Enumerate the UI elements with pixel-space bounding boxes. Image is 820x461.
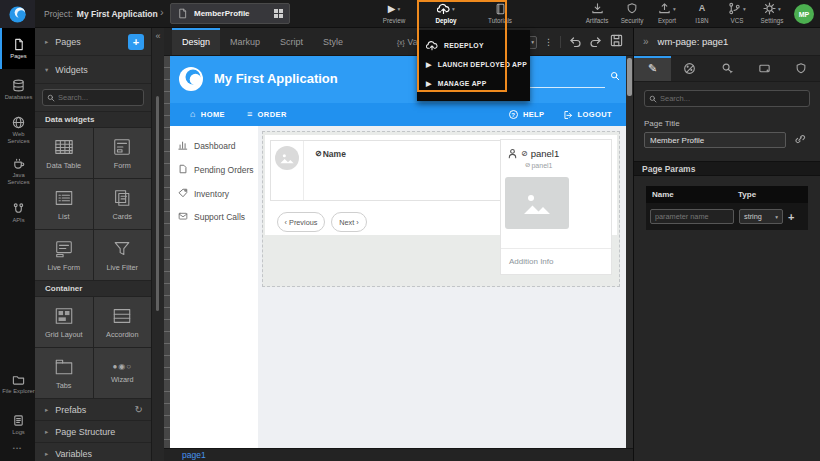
page-tab-memberprofile[interactable]: MemberProfile <box>170 3 290 24</box>
scrollbar-thumb[interactable] <box>627 58 632 96</box>
page-title-input[interactable] <box>644 132 786 148</box>
rail-item-java-services[interactable]: Java Services <box>0 151 35 192</box>
expand-panel-button[interactable]: » <box>643 36 649 47</box>
param-name-input[interactable] <box>650 209 734 224</box>
app-title[interactable]: My First Application <box>214 71 338 86</box>
search-icon <box>649 95 657 103</box>
coffee-icon <box>12 157 25 170</box>
deploy-button[interactable]: ▾ Deploy <box>424 2 468 24</box>
add-param-button[interactable]: + <box>788 211 794 223</box>
rail-item-logs[interactable]: Logs <box>0 404 35 445</box>
cloud-upload-icon <box>426 41 438 51</box>
tab-inspect[interactable] <box>708 56 745 81</box>
left-icon-rail: Pages Databases Web Services Java Servic… <box>0 28 35 461</box>
panel1-subtitle[interactable]: ⊘ panel1 <box>525 162 611 169</box>
tab-design[interactable]: Design <box>172 28 220 55</box>
menu-item-launch-deployed-app[interactable]: ▶ LAUNCH DEPLOYED APP <box>417 55 530 74</box>
studio-logo[interactable] <box>0 0 35 28</box>
page-tab-bottom[interactable]: page1 <box>182 450 206 460</box>
user-avatar[interactable]: MP <box>794 4 814 24</box>
tab-markup[interactable]: Markup <box>220 28 270 55</box>
widget-grid-layout[interactable]: Grid Layout <box>35 297 93 347</box>
tab-script[interactable]: Script <box>270 28 313 55</box>
more-rail-options-button[interactable]: ••• <box>0 445 35 461</box>
rail-item-pages[interactable]: Pages <box>0 28 35 69</box>
widget-wizard[interactable]: ●◉○ Wizard <box>94 348 152 398</box>
menu-item-redeploy[interactable]: REDEPLOY <box>417 36 530 55</box>
page-content-container[interactable]: ⊘ Name ‹ Previous Next › ⊘ panel1 <box>262 131 620 287</box>
image-placeholder[interactable] <box>505 177 569 229</box>
widget-accordion[interactable]: Accordion <box>94 297 152 347</box>
settings-button[interactable]: ▾ Settings <box>759 2 785 24</box>
variables-panel-header[interactable]: ▸ Variables <box>35 442 151 461</box>
export-button[interactable]: ▾ Export <box>654 2 680 24</box>
variables-button[interactable]: {x} Va <box>397 28 417 56</box>
toolbar-right-controls: ▾ ⋮ <box>515 28 623 56</box>
cloud-upload-icon <box>437 3 450 15</box>
rail-item-web-services[interactable]: Web Services <box>0 110 35 151</box>
widget-live-filter[interactable]: Live Filter <box>94 230 152 280</box>
tab-style[interactable]: Style <box>313 28 353 55</box>
artifacts-button[interactable]: Artifacts <box>584 2 610 24</box>
app-nav-dashboard[interactable]: Dashboard <box>170 140 258 153</box>
tab-security[interactable] <box>783 56 820 81</box>
menu-item-manage-app[interactable]: ▶ MANAGE APP <box>417 74 530 93</box>
panel-scrollbar[interactable] <box>156 96 159 311</box>
rail-item-file-explorer[interactable]: File Explorer <box>0 363 35 404</box>
vcs-button[interactable]: ▾ VCS <box>724 2 750 24</box>
nav-help[interactable]: ?HELP <box>509 110 545 120</box>
widget-live-form[interactable]: Live Form <box>35 230 93 280</box>
panel1-header[interactable]: ⊘ panel1 <box>507 148 611 159</box>
canvas-scrollbar[interactable] <box>626 56 633 448</box>
caret-right-icon: ▸ <box>45 406 48 414</box>
pages-panel-header[interactable]: ▸ Pages + <box>35 28 151 56</box>
redo-button[interactable] <box>589 33 603 51</box>
properties-search-input[interactable] <box>660 94 805 103</box>
param-type-select[interactable]: string ▾ <box>739 209 783 224</box>
widget-search-input[interactable] <box>58 93 139 102</box>
tab-styles[interactable] <box>671 56 708 81</box>
name-label[interactable]: ⊘ Name <box>315 149 346 159</box>
app-search-icon[interactable] <box>610 71 620 81</box>
widget-form[interactable]: Form <box>94 128 152 178</box>
nav-home[interactable]: ⌂HOME <box>190 110 225 119</box>
widget-data-table[interactable]: Data Table <box>35 128 93 178</box>
pages-icon <box>12 38 25 51</box>
folder-icon <box>12 373 25 386</box>
list-item-image-cell <box>271 141 304 200</box>
next-button[interactable]: Next › <box>331 212 367 232</box>
widget-tabs[interactable]: Tabs <box>35 348 93 398</box>
widget-cards[interactable]: Cards <box>94 179 152 229</box>
previous-button[interactable]: ‹ Previous <box>277 212 325 232</box>
bind-link-icon[interactable] <box>794 131 806 149</box>
security-button[interactable]: Security <box>619 2 645 24</box>
widget-list[interactable]: List <box>35 179 93 229</box>
rail-item-apis[interactable]: APIs <box>0 192 35 233</box>
prefabs-panel-header[interactable]: ▸ Prefabs ↻ <box>35 398 151 420</box>
collapse-panel-button[interactable]: « <box>152 28 164 44</box>
avatar-placeholder[interactable] <box>275 146 299 170</box>
app-header[interactable]: My First Application <box>170 56 626 103</box>
nav-order[interactable]: ≡ORDER <box>247 110 287 119</box>
widgets-panel-header[interactable]: ▾ Widgets <box>35 56 151 84</box>
rail-item-databases[interactable]: Databases <box>0 69 35 110</box>
app-nav-inventory[interactable]: Inventory <box>170 188 258 201</box>
tab-device[interactable] <box>746 56 783 81</box>
add-page-button[interactable]: + <box>128 34 144 50</box>
save-button[interactable] <box>610 33 623 51</box>
nav-logout[interactable]: LOGOUT <box>563 110 612 120</box>
preview-button[interactable]: ▶▾ Preview <box>372 2 416 24</box>
grid-icon[interactable] <box>274 9 283 18</box>
refresh-icon[interactable]: ↻ <box>135 404 143 415</box>
undo-button[interactable] <box>568 33 582 51</box>
editor-toolbar: Design Markup Script Style {x} Va ▾ ⋮ <box>164 28 633 56</box>
tab-properties[interactable]: ✎ <box>634 56 671 81</box>
panel1-widget[interactable]: ⊘ panel1 ⊘ panel1 Addition Info <box>500 139 612 275</box>
addition-info-label[interactable]: Addition Info <box>501 248 611 274</box>
tutorials-button[interactable]: Tutorials <box>478 2 522 24</box>
more-options-button[interactable]: ⋮ <box>544 37 553 47</box>
page-structure-panel-header[interactable]: ▸ Page Structure <box>35 420 151 442</box>
app-nav-pending-orders[interactable]: Pending Orders <box>170 164 258 177</box>
app-nav-support-calls[interactable]: Support Calls <box>170 211 258 224</box>
i18n-button[interactable]: A I18N <box>689 2 715 24</box>
